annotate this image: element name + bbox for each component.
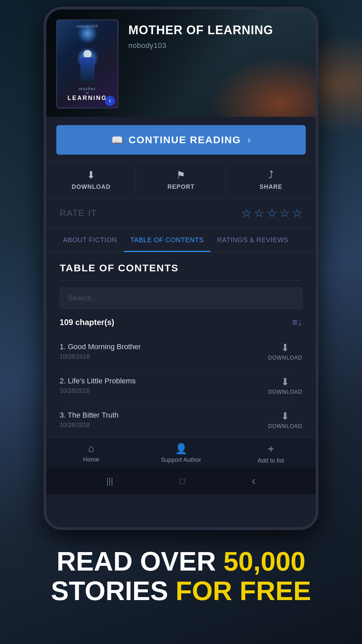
phone-frame: .. . .. . . nobody103 mother of LEARNING — [44, 7, 318, 530]
promo-stories: STORIES — [51, 576, 176, 606]
tab-table-of-contents[interactable]: TABLE OF CONTENTS — [124, 228, 210, 252]
chapter-item[interactable]: 3. The Bitter Truth 10/28/2018 ⬇ DOWNLOA… — [60, 403, 302, 437]
download-icon: ⬇ — [281, 410, 289, 422]
chapter-count-row: 109 chapter(s) ≡↓ — [60, 317, 302, 328]
download-icon: ⬇ — [281, 342, 289, 354]
toc-section: TABLE OF CONTENTS Search... 109 chapter(… — [46, 252, 316, 437]
chapter-item[interactable]: 1. Good Morning Brother 10/28/2018 ⬇ DOW… — [60, 334, 302, 369]
chapter-item[interactable]: 2. Life's Little Problems 10/28/2018 ⬇ D… — [60, 369, 302, 403]
report-icon: ⚑ — [176, 169, 185, 181]
star-4[interactable]: ☆ — [280, 206, 290, 220]
chapter-1-date: 10/28/2018 — [60, 353, 268, 360]
android-back-button[interactable]: ‹ — [252, 474, 256, 488]
tab-bar: ABOUT FICTION TABLE OF CONTENTS RATINGS … — [46, 228, 316, 252]
rate-row: RATE IT ☆ ☆ ☆ ☆ ☆ — [46, 198, 316, 228]
promo-number: 50,000 — [224, 546, 306, 576]
chapter-2-title: 2. Life's Little Problems — [60, 377, 268, 385]
report-label: REPORT — [167, 183, 194, 191]
chapter-3-download[interactable]: ⬇ DOWNLOAD — [268, 410, 302, 429]
nav-home[interactable]: ⌂ Home — [46, 443, 136, 464]
android-menu-button[interactable]: ||| — [106, 476, 113, 486]
continue-reading-button[interactable]: 📖 CONTINUE READING › — [56, 125, 306, 155]
promo-section: READ OVER 50,000 STORIES FOR FREE — [0, 530, 362, 626]
support-icon: 👤 — [175, 443, 187, 454]
home-icon: ⌂ — [88, 443, 94, 454]
promo-line-1: READ OVER 50,000 — [13, 547, 349, 576]
download-label: DOWNLOAD — [268, 389, 302, 395]
toc-divider — [60, 280, 302, 281]
chapter-2-date: 10/28/2018 — [60, 387, 268, 394]
continue-reading-label: CONTINUE READING — [128, 134, 241, 146]
search-placeholder: Search... — [68, 294, 98, 303]
chapter-2-download[interactable]: ⬇ DOWNLOAD — [268, 376, 302, 395]
cover-title-word1: mother — [57, 86, 118, 91]
chapter-search-input[interactable]: Search... — [60, 287, 302, 309]
book-title: MOTHER OF LEARNING — [128, 23, 273, 37]
download-label: DOWNLOAD — [72, 183, 111, 191]
android-home-button[interactable]: □ — [180, 476, 185, 486]
nav-add-to-list[interactable]: + Add to list — [226, 443, 316, 464]
download-icon: ⬇ — [87, 169, 95, 181]
share-label: SHARE — [259, 183, 282, 191]
download-label: DOWNLOAD — [268, 423, 302, 429]
promo-read-over: READ OVER — [57, 546, 224, 576]
tab-ratings-reviews[interactable]: RATINGS & REVIEWS — [210, 228, 295, 252]
report-button[interactable]: ⚑ REPORT — [136, 162, 226, 198]
book-cover[interactable]: nobody103 mother of LEARNING I — [56, 19, 118, 108]
arrow-icon: › — [248, 135, 251, 145]
cover-badge: I — [105, 96, 115, 106]
chapter-3-date: 10/28/2018 — [60, 422, 268, 429]
star-3[interactable]: ☆ — [267, 206, 277, 220]
star-1[interactable]: ☆ — [241, 206, 251, 220]
promo-free: FOR FREE — [176, 576, 311, 606]
share-icon: ⤴ — [268, 169, 274, 181]
add-icon: + — [268, 443, 274, 455]
download-label: DOWNLOAD — [268, 355, 302, 361]
rate-label: RATE IT — [60, 208, 97, 218]
star-2[interactable]: ☆ — [254, 206, 264, 220]
action-row: ⬇ DOWNLOAD ⚑ REPORT ⤴ SHARE — [46, 161, 316, 198]
book-icon: 📖 — [111, 135, 123, 146]
download-button[interactable]: ⬇ DOWNLOAD — [46, 162, 136, 198]
toc-title: TABLE OF CONTENTS — [60, 262, 302, 274]
bottom-navigation: ⌂ Home 👤 Support Author + Add to list — [46, 437, 316, 468]
chapter-1-download[interactable]: ⬇ DOWNLOAD — [268, 342, 302, 361]
nav-support-author[interactable]: 👤 Support Author — [136, 443, 226, 464]
home-label: Home — [83, 456, 99, 463]
decorative-birds: .. . .. . . — [273, 16, 302, 21]
tab-about-fiction[interactable]: ABOUT FICTION — [56, 228, 124, 252]
add-label: Add to list — [257, 457, 284, 464]
sort-icon[interactable]: ≡↓ — [292, 317, 302, 328]
share-button[interactable]: ⤴ SHARE — [226, 162, 316, 198]
hero-section: .. . .. . . nobody103 mother of LEARNING — [46, 9, 316, 117]
star-5[interactable]: ☆ — [292, 206, 302, 220]
promo-line-2: STORIES FOR FREE — [13, 576, 349, 606]
android-nav-bar: ||| □ ‹ — [46, 468, 316, 494]
chapter-3-title: 3. The Bitter Truth — [60, 411, 268, 420]
star-rating[interactable]: ☆ ☆ ☆ ☆ ☆ — [241, 206, 302, 220]
chapter-1-title: 1. Good Morning Brother — [60, 342, 268, 351]
book-author: nobody103 — [128, 41, 273, 50]
chapter-count: 109 chapter(s) — [60, 318, 114, 327]
download-icon: ⬇ — [281, 376, 289, 388]
support-label: Support Author — [161, 457, 201, 464]
